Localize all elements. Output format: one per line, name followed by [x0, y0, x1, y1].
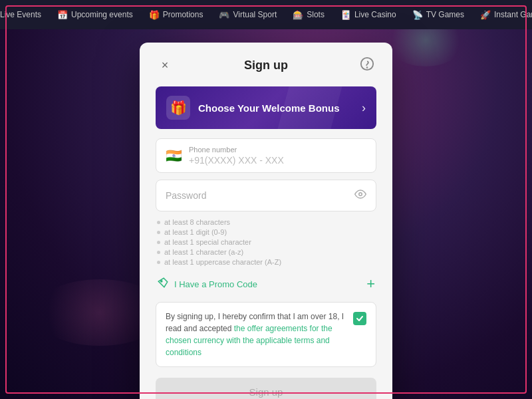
req-dot — [157, 231, 160, 234]
modal-title: Sign up — [244, 59, 288, 72]
svg-point-2 — [359, 193, 362, 196]
req-item: at least 1 character (a-z) — [157, 248, 375, 256]
nav-item-live-casino[interactable]: 🃏 Live Casino — [334, 7, 403, 23]
nav-label-instant-games: Instant Games — [494, 10, 532, 19]
promotions-icon: 🎁 — [149, 9, 160, 20]
main-content: × Sign up 🎁 Choose Your Welcome Bonus › — [0, 29, 532, 399]
promo-code-label[interactable]: I Have a Promo Code — [174, 279, 257, 289]
nav-label-live-casino: Live Casino — [354, 10, 396, 19]
india-flag-icon: 🇮🇳 — [166, 148, 182, 164]
promo-add-icon[interactable]: + — [366, 275, 375, 293]
req-text: at least 8 characters — [164, 218, 230, 226]
password-requirements: at least 8 characters at least 1 digit (… — [156, 218, 376, 266]
upcoming-events-icon: 📅 — [57, 9, 68, 20]
req-item: at least 1 special character — [157, 238, 375, 246]
svg-point-3 — [161, 280, 162, 281]
nav-label-promotions: Promotions — [163, 10, 203, 19]
nav-label-live-events: Live Events — [0, 10, 41, 19]
nav-label-virtual-sport: Virtual Sport — [233, 10, 277, 19]
terms-area: By signing up, I hereby confirm that I a… — [156, 302, 376, 367]
terms-text: By signing up, I hereby confirm that I a… — [166, 311, 346, 358]
instant-games-icon: 🚀 — [480, 9, 491, 20]
nav-item-upcoming-events[interactable]: 📅 Upcoming events — [51, 7, 140, 23]
phone-label: Phone number — [189, 146, 366, 154]
nav-label-slots: Slots — [307, 10, 325, 19]
virtual-sport-icon: 🎮 — [219, 9, 229, 20]
bonus-gift-icon: 🎁 — [166, 96, 190, 120]
phone-placeholder: +91(XXXX) XXX - XXX — [189, 155, 366, 166]
req-item: at least 1 digit (0-9) — [157, 228, 375, 236]
terms-checkbox[interactable] — [353, 312, 366, 325]
req-dot — [157, 261, 160, 264]
nav-item-virtual-sport[interactable]: 🎮 Virtual Sport — [212, 7, 283, 23]
req-dot — [157, 241, 160, 244]
help-button[interactable] — [358, 56, 376, 74]
nav-item-slots[interactable]: 🎰 Slots — [286, 7, 331, 23]
live-casino-icon: 🃏 — [340, 9, 351, 20]
nav-item-tv-games[interactable]: 📡 TV Games — [406, 7, 471, 23]
nav-item-promotions[interactable]: 🎁 Promotions — [142, 7, 210, 23]
slots-icon: 🎰 — [293, 9, 303, 20]
help-icon — [360, 57, 374, 74]
req-item: at least 1 uppercase character (A-Z) — [157, 258, 375, 266]
svg-point-1 — [367, 67, 368, 68]
promo-code-section: I Have a Promo Code + — [156, 275, 376, 293]
password-field[interactable]: Password — [156, 180, 376, 211]
tv-games-icon: 📡 — [412, 9, 423, 20]
nav-label-tv-games: TV Games — [426, 10, 464, 19]
req-text: at least 1 digit (0-9) — [164, 228, 227, 236]
nav-item-live-events[interactable]: 📺 Live Events — [0, 7, 48, 23]
close-icon: × — [162, 59, 169, 72]
req-text: at least 1 special character — [164, 238, 251, 246]
nav-item-instant-games[interactable]: 🚀 Instant Games — [473, 7, 532, 23]
phone-input-group[interactable]: 🇮🇳 Phone number +91(XXXX) XXX - XXX — [156, 138, 376, 173]
welcome-bonus-banner[interactable]: 🎁 Choose Your Welcome Bonus › — [156, 86, 376, 129]
phone-wrapper: Phone number +91(XXXX) XXX - XXX — [189, 146, 366, 166]
password-toggle-icon[interactable] — [354, 188, 366, 203]
req-dot — [157, 221, 160, 224]
password-label: Password — [166, 190, 206, 201]
close-button[interactable]: × — [156, 56, 174, 74]
req-dot — [157, 251, 160, 254]
bonus-text: Choose Your Welcome Bonus — [198, 102, 362, 114]
modal-header: × Sign up — [156, 56, 376, 74]
req-text: at least 1 uppercase character (A-Z) — [164, 258, 281, 266]
promo-tag-icon — [157, 277, 169, 292]
req-text: at least 1 character (a-z) — [164, 248, 243, 256]
nav-label-upcoming-events: Upcoming events — [71, 10, 133, 19]
navbar: 📺 Live Events 📅 Upcoming events 🎁 Promot… — [0, 0, 532, 29]
promo-left: I Have a Promo Code — [157, 277, 257, 292]
signup-button[interactable]: Sign up — [156, 378, 376, 399]
signup-modal: × Sign up 🎁 Choose Your Welcome Bonus › — [140, 43, 392, 399]
req-item: at least 8 characters — [157, 218, 375, 226]
bonus-arrow-icon: › — [362, 101, 366, 115]
